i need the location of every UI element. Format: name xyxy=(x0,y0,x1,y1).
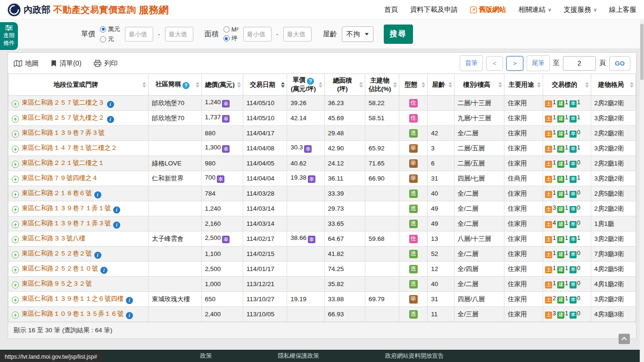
sort-icon[interactable] xyxy=(585,82,589,88)
info-icon[interactable]: i xyxy=(126,297,133,304)
expand-row-icon[interactable]: + xyxy=(12,236,19,243)
nav-item-old-site[interactable]: ↗舊版網站 xyxy=(470,5,506,14)
expand-row-icon[interactable]: + xyxy=(12,251,19,258)
info-icon[interactable]: i xyxy=(113,222,120,229)
expand-row-icon[interactable]: + xyxy=(12,281,19,288)
column-header[interactable]: 單價?(萬元/坪) xyxy=(287,74,324,96)
expand-row-icon[interactable]: + xyxy=(12,161,19,168)
column-header[interactable]: 社區簡稱? xyxy=(149,74,201,96)
sort-icon[interactable] xyxy=(421,82,425,88)
info-icon[interactable]: i xyxy=(126,312,133,319)
column-header[interactable]: 地段位置或門牌 xyxy=(8,74,149,96)
address-link[interactable]: 東區仁和路１０９巷１３５弄１６號 xyxy=(22,310,124,317)
address-link[interactable]: 東區仁和路２２１號二樓之１ xyxy=(22,159,105,166)
column-header[interactable]: 型態 xyxy=(399,74,428,96)
radio-option-unit-萬元[interactable]: 萬元 xyxy=(100,25,120,33)
area-max-input[interactable] xyxy=(283,27,312,41)
nav-item-related-links[interactable]: 相關連結∨ xyxy=(518,5,551,14)
next-page-button[interactable]: > xyxy=(506,56,523,71)
expand-row-icon[interactable]: + xyxy=(12,176,19,183)
sort-icon[interactable] xyxy=(537,82,541,88)
expand-row-icon[interactable]: + xyxy=(12,115,19,123)
sort-icon[interactable] xyxy=(359,82,363,88)
info-icon[interactable]: i xyxy=(107,101,114,108)
column-header[interactable]: 屋齡 xyxy=(428,74,454,96)
expand-row-icon[interactable]: + xyxy=(12,191,19,198)
radio-option-unit-元[interactable]: 元 xyxy=(100,35,120,43)
print-button[interactable]: 列印 xyxy=(94,59,118,68)
expand-row-icon[interactable]: + xyxy=(12,221,19,228)
sort-icon[interactable] xyxy=(319,82,322,88)
address-link[interactable]: 東區仁和路１３９巷１１之６號四樓 xyxy=(22,295,124,302)
sort-icon[interactable] xyxy=(237,82,241,88)
column-header[interactable]: 交易日期 xyxy=(243,74,287,96)
last-page-button[interactable]: 尾筆 xyxy=(527,55,550,71)
advanced-conditions-tab[interactable]: 進階條件 xyxy=(0,22,18,50)
info-icon[interactable]: i xyxy=(107,116,114,123)
column-header[interactable]: 建物格局 xyxy=(591,74,636,96)
expand-row-icon[interactable]: + xyxy=(12,131,19,138)
expand-row-icon[interactable]: + xyxy=(12,296,19,304)
address-link[interactable]: 東區仁和路１３９巷７１弄１號 xyxy=(22,205,111,212)
footer-link[interactable]: 政策 xyxy=(200,352,212,362)
area-min-input[interactable] xyxy=(243,27,272,41)
first-page-button[interactable]: 首筆 xyxy=(460,55,483,71)
info-icon[interactable]: i xyxy=(100,267,107,274)
column-header[interactable]: 主要用途 xyxy=(504,74,543,96)
help-icon[interactable]: ? xyxy=(307,78,314,85)
nav-item-download[interactable]: 資料下載及申請 xyxy=(410,5,458,14)
site-logo[interactable]: 內政部不動產交易實價查詢服務網 xyxy=(8,3,169,16)
sort-icon[interactable] xyxy=(281,82,285,88)
address-link[interactable]: 東區仁和路２５７號二樓之３ xyxy=(22,99,105,106)
expand-row-icon[interactable]: + xyxy=(12,206,19,213)
sort-icon[interactable] xyxy=(142,82,146,88)
info-icon[interactable]: i xyxy=(94,252,101,259)
footer-link[interactable]: 政府網站資料開放宣告 xyxy=(385,352,444,362)
unit-price-max-input[interactable] xyxy=(165,27,193,41)
scrollbar-thumb[interactable] xyxy=(640,24,644,80)
map-button[interactable]: 地圖 xyxy=(14,59,39,68)
expand-row-icon[interactable]: + xyxy=(12,312,19,319)
help-icon[interactable]: ? xyxy=(182,82,190,89)
address-link[interactable]: 東區仁和路１３９巷７１弄３號 xyxy=(22,220,111,227)
radio-option-area-坪[interactable]: 坪 xyxy=(223,34,239,43)
address-link[interactable]: 東區仁和路９５之３２號 xyxy=(22,280,92,287)
go-button[interactable]: GO xyxy=(609,56,630,71)
nav-item-home[interactable]: 首頁 xyxy=(384,5,398,14)
sort-icon[interactable] xyxy=(630,82,634,88)
expand-row-icon[interactable]: + xyxy=(12,146,19,153)
footer-link[interactable]: 隱私權保護政策 xyxy=(278,352,319,362)
column-header[interactable]: 總價(萬元) xyxy=(201,74,243,96)
address-link[interactable]: 東區仁和路２１８巷６號 xyxy=(22,189,92,197)
address-link[interactable]: 東區仁和路１４７巷１號二樓之２ xyxy=(22,144,117,151)
column-header[interactable]: 樓別/樓高 xyxy=(454,74,504,96)
sort-icon[interactable] xyxy=(196,82,199,88)
expand-row-icon[interactable]: + xyxy=(12,100,19,107)
column-header[interactable]: 交易標的 xyxy=(543,74,591,96)
prev-page-button[interactable]: < xyxy=(486,56,503,71)
info-icon[interactable]: i xyxy=(94,191,101,198)
age-select[interactable]: 不拘 xyxy=(342,26,373,42)
sort-icon[interactable] xyxy=(498,82,502,88)
radio-option-area-M²[interactable]: M² xyxy=(223,26,239,33)
search-button[interactable]: 搜尋 xyxy=(384,25,413,44)
nav-item-support[interactable]: 支援服務∨ xyxy=(564,5,597,14)
address-link[interactable]: 東區仁和路１３９巷７弄３號 xyxy=(22,129,105,136)
info-icon[interactable]: i xyxy=(113,206,120,214)
address-link[interactable]: 東區仁和路２５７號九樓之２ xyxy=(22,114,105,121)
address-link[interactable]: 東區仁和路２５２巷２號 xyxy=(22,250,92,257)
address-link[interactable]: 東區仁和路２５２巷１０號 xyxy=(22,265,98,272)
page-number-input[interactable] xyxy=(563,56,596,71)
page-scrollbar[interactable] xyxy=(640,20,644,362)
scroll-to-top-button[interactable] xyxy=(619,334,630,344)
nav-item-online-service[interactable]: 線上客服 xyxy=(609,5,636,14)
column-header[interactable]: 主建物佔比(%) xyxy=(365,74,399,96)
expand-row-icon[interactable]: + xyxy=(12,266,19,273)
sort-icon[interactable] xyxy=(393,82,397,88)
address-link[interactable]: 東區仁和路３３號八樓 xyxy=(22,235,85,242)
address-link[interactable]: 東區仁和路７９號四樓之４ xyxy=(22,174,98,181)
unit-price-min-input[interactable] xyxy=(125,27,153,41)
sort-icon[interactable] xyxy=(448,82,452,88)
column-header[interactable]: 總面積(坪) xyxy=(324,74,365,96)
list-button[interactable]: 清單(0) xyxy=(51,59,82,68)
